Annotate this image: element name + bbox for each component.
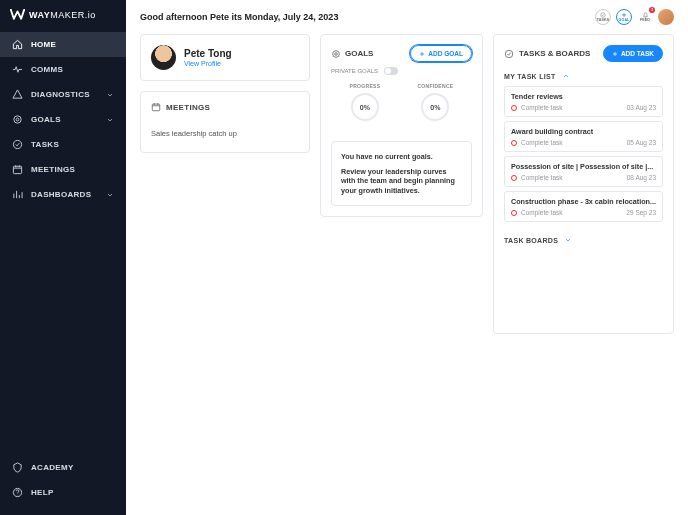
nav-label: HELP <box>31 488 114 497</box>
svg-point-1 <box>16 118 19 121</box>
nav-academy[interactable]: ACADEMY <box>0 455 126 480</box>
goals-empty-state: You have no current goals. Review your l… <box>331 141 472 206</box>
logo-mark-icon <box>10 9 25 20</box>
nav-help[interactable]: HELP <box>0 480 126 505</box>
sidebar: WAYMAKER.io HOME COMMS DIAGNOSTICS GOALS <box>0 0 126 515</box>
task-name: Construction phase - 3x cabin relocation… <box>511 197 656 206</box>
check-icon <box>504 49 514 59</box>
my-task-list-label: MY TASK LIST <box>504 73 556 80</box>
target-icon <box>331 49 341 59</box>
quick-label: FEED <box>640 19 650 23</box>
goals-empty-line2: Review your leadership curves with the t… <box>341 167 462 195</box>
profile-card: Pete Tong View Profile <box>140 34 310 81</box>
main: Good afternoon Pete its Monday, July 24,… <box>126 0 688 515</box>
quick-label: TASKS <box>597 19 610 23</box>
nav-home[interactable]: HOME <box>0 32 126 57</box>
svg-rect-3 <box>13 166 21 173</box>
task-item[interactable]: Award building contract Complete task 05… <box>504 121 663 152</box>
tasks-title: TASKS & BOARDS <box>519 49 590 58</box>
status-dot-icon <box>511 210 517 216</box>
nav-comms[interactable]: COMMS <box>0 57 126 82</box>
add-goal-label: ADD GOAL <box>428 50 463 57</box>
task-status-label: Complete task <box>521 209 563 216</box>
goals-card: GOALS ADD GOAL PRIVATE GOALS PROGRES <box>320 34 483 217</box>
meetings-title: MEETINGS <box>166 103 210 112</box>
tasks-quick-button[interactable]: TASKS <box>595 9 611 25</box>
nav-goals[interactable]: GOALS <box>0 107 126 132</box>
task-name: Tender reviews <box>511 92 656 101</box>
task-name: Possession of site | Possession of site … <box>511 162 656 171</box>
brand-name: WAYMAKER.io <box>29 10 96 20</box>
home-icon <box>12 39 23 50</box>
task-date: 05 Aug 23 <box>627 139 656 146</box>
profile-name: Pete Tong <box>184 48 232 59</box>
private-goals-label: PRIVATE GOALS <box>331 68 378 74</box>
task-boards-toggle[interactable]: TASK BOARDS <box>504 236 663 244</box>
task-status-label: Complete task <box>521 174 563 181</box>
help-icon <box>12 487 23 498</box>
svg-point-7 <box>333 50 340 57</box>
task-date: 03 Aug 23 <box>627 104 656 111</box>
chevron-down-icon <box>564 236 572 244</box>
task-status-label: Complete task <box>521 104 563 111</box>
nav-label: DIAGNOSTICS <box>31 90 98 99</box>
nav-label: HOME <box>31 40 114 49</box>
add-goal-button[interactable]: ADD GOAL <box>410 45 472 62</box>
nav-tasks[interactable]: TASKS <box>0 132 126 157</box>
confidence-ring: 0% <box>421 93 449 121</box>
chevron-down-icon <box>106 191 114 199</box>
nav-label: GOALS <box>31 115 98 124</box>
view-profile-link[interactable]: View Profile <box>184 60 232 67</box>
nav-label: MEETINGS <box>31 165 114 174</box>
add-task-label: ADD TASK <box>621 50 654 57</box>
pulse-icon <box>12 64 23 75</box>
svg-rect-6 <box>152 104 160 111</box>
calendar-icon <box>12 164 23 175</box>
plus-icon <box>612 51 618 57</box>
nav-dashboards[interactable]: DASHBOARDS <box>0 182 126 207</box>
nav-diagnostics[interactable]: DIAGNOSTICS <box>0 82 126 107</box>
top-actions: TASKS GOAL FEED 3 <box>595 9 674 25</box>
chevron-up-icon <box>562 72 570 80</box>
goals-empty-line1: You have no current goals. <box>341 152 462 161</box>
svg-point-0 <box>14 116 21 123</box>
plus-icon <box>419 51 425 57</box>
nav-bottom: ACADEMY HELP <box>0 455 126 505</box>
progress-ring: 0% <box>351 93 379 121</box>
meeting-item[interactable]: Sales leadership catch up <box>151 124 299 142</box>
brand-logo[interactable]: WAYMAKER.io <box>0 0 126 29</box>
progress-label: PROGRESS <box>350 83 381 89</box>
task-item[interactable]: Tender reviews Complete task 03 Aug 23 <box>504 86 663 117</box>
calendar-icon <box>151 102 161 112</box>
private-goals-toggle[interactable] <box>384 67 398 75</box>
add-task-button[interactable]: ADD TASK <box>603 45 663 62</box>
notification-badge: 3 <box>649 7 655 13</box>
feed-quick-button[interactable]: FEED 3 <box>637 9 653 25</box>
task-boards-label: TASK BOARDS <box>504 237 558 244</box>
topbar: Good afternoon Pete its Monday, July 24,… <box>126 0 688 34</box>
greeting: Good afternoon Pete its Monday, July 24,… <box>140 12 338 22</box>
nav-label: TASKS <box>31 140 114 149</box>
my-task-list-toggle[interactable]: MY TASK LIST <box>504 72 663 80</box>
tasks-card: TASKS & BOARDS ADD TASK MY TASK LIST Ten… <box>493 34 674 334</box>
task-item[interactable]: Possession of site | Possession of site … <box>504 156 663 187</box>
task-date: 08 Aug 23 <box>627 174 656 181</box>
chart-icon <box>12 189 23 200</box>
target-icon <box>12 114 23 125</box>
goal-quick-button[interactable]: GOAL <box>616 9 632 25</box>
status-dot-icon <box>511 105 517 111</box>
confidence-label: CONFIDENCE <box>417 83 453 89</box>
nav-label: DASHBOARDS <box>31 190 98 199</box>
nav-label: ACADEMY <box>31 463 114 472</box>
svg-point-9 <box>505 50 513 58</box>
primary-nav: HOME COMMS DIAGNOSTICS GOALS TASKS <box>0 32 126 455</box>
chevron-down-icon <box>106 91 114 99</box>
task-status-label: Complete task <box>521 139 563 146</box>
user-avatar[interactable] <box>658 9 674 25</box>
chevron-down-icon <box>106 116 114 124</box>
nav-meetings[interactable]: MEETINGS <box>0 157 126 182</box>
content: Pete Tong View Profile MEETINGS Sales le… <box>126 34 688 348</box>
meetings-card: MEETINGS Sales leadership catch up <box>140 91 310 153</box>
task-item[interactable]: Construction phase - 3x cabin relocation… <box>504 191 663 222</box>
status-dot-icon <box>511 140 517 146</box>
